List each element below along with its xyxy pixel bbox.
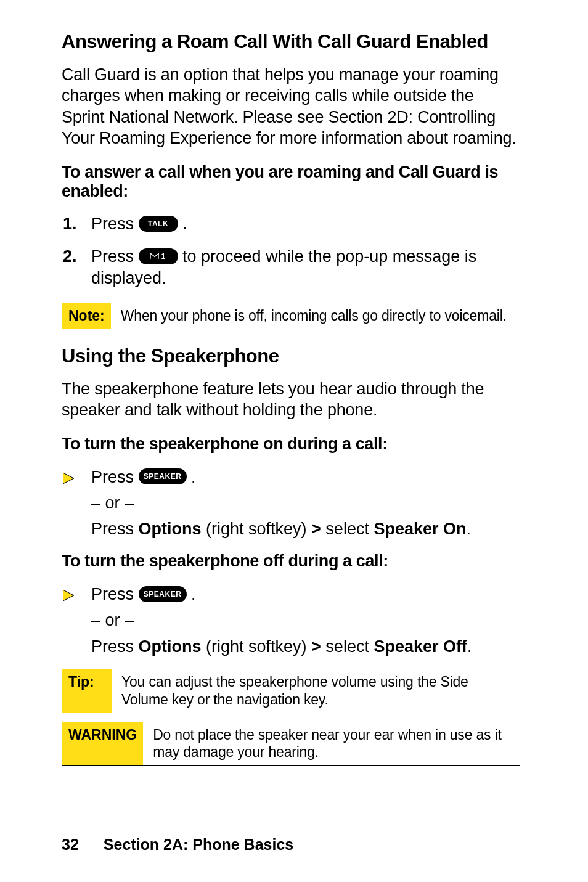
page-footer: 32Section 2A: Phone Basics (62, 836, 293, 854)
heading-speakerphone: Using the Speakerphone (62, 345, 520, 367)
talk-key-icon: TALK (139, 216, 178, 232)
leadin-speaker-on: To turn the speakerphone on during a cal… (62, 435, 520, 454)
document-page: Answering a Roam Call With Call Guard En… (0, 0, 588, 882)
step-1-text-a: Press (91, 214, 139, 233)
bullet-arrow-icon (63, 467, 74, 489)
step-2-text-a: Press (91, 247, 139, 266)
mail-1-key-icon: 1 (139, 248, 178, 264)
options-a-off: Press (91, 637, 139, 656)
svg-rect-0 (150, 253, 159, 260)
note-callout: Note: When your phone is off, incoming c… (62, 303, 520, 329)
step-2: 2. Press 1 to proceed while the pop-up m… (91, 246, 520, 289)
tip-callout: Tip: You can adjust the speakerphone vol… (62, 669, 520, 713)
options-d-on: select (321, 520, 374, 538)
press-text-off: Press (91, 585, 139, 603)
bullet-off: Press SPEAKER . – or – Press Options (ri… (91, 583, 520, 658)
tip-text: You can adjust the speakerphone volume u… (112, 669, 520, 713)
bullet-list-on: Press SPEAKER . – or – Press Options (ri… (62, 466, 520, 541)
bullet-list-off: Press SPEAKER . – or – Press Options (ri… (62, 583, 520, 658)
body-roam-call: Call Guard is an option that helps you m… (62, 64, 520, 149)
note-text: When your phone is off, incoming calls g… (111, 303, 520, 329)
options-d-off: select (321, 637, 374, 656)
speaker-off-text: Speaker Off (374, 637, 467, 656)
step-1-text-b: . (178, 214, 187, 233)
options-c-on: (right softkey) (202, 520, 312, 538)
heading-roam-call: Answering a Roam Call With Call Guard En… (62, 31, 520, 53)
bullet-arrow-icon (63, 584, 74, 606)
tip-label: Tip: (62, 669, 112, 713)
speaker-on-text: Speaker On (374, 520, 466, 538)
period-on: . (187, 468, 196, 486)
warning-callout: WARNING Do not place the speaker near yo… (62, 722, 520, 766)
step-2-number: 2. (63, 246, 77, 267)
steps-list: 1. Press TALK . 2. Press 1 to proceed wh… (62, 213, 520, 289)
speaker-key-icon: SPEAKER (139, 586, 187, 602)
options-end-off: . (467, 637, 472, 656)
options-b-on: Options (139, 520, 202, 538)
warning-label: WARNING (62, 722, 143, 766)
svg-marker-2 (63, 590, 74, 601)
or-text-on: – or – (91, 492, 520, 514)
note-label: Note: (62, 303, 111, 329)
chevron-on: > (311, 520, 321, 538)
options-b-off: Options (139, 637, 202, 656)
step-1-number: 1. (63, 213, 77, 235)
page-number: 32 (62, 836, 79, 853)
svg-marker-1 (63, 473, 74, 484)
press-text-on: Press (91, 468, 139, 486)
speaker-key-icon: SPEAKER (139, 468, 187, 484)
options-end-on: . (466, 520, 471, 538)
body-speakerphone: The speakerphone feature lets you hear a… (62, 378, 520, 421)
options-a-on: Press (91, 520, 139, 538)
key-1-label: 1 (161, 253, 165, 260)
or-text-off: – or – (91, 609, 520, 631)
leadin-roam-call: To answer a call when you are roaming an… (62, 163, 520, 201)
footer-title: Section 2A: Phone Basics (104, 836, 293, 853)
bullet-on: Press SPEAKER . – or – Press Options (ri… (91, 466, 520, 541)
leadin-speaker-off: To turn the speakerphone off during a ca… (62, 552, 520, 571)
options-c-off: (right softkey) (202, 637, 312, 656)
period-off: . (187, 585, 196, 603)
chevron-off: > (311, 637, 321, 656)
step-1: 1. Press TALK . (91, 213, 520, 235)
warning-text: Do not place the speaker near your ear w… (143, 722, 520, 766)
